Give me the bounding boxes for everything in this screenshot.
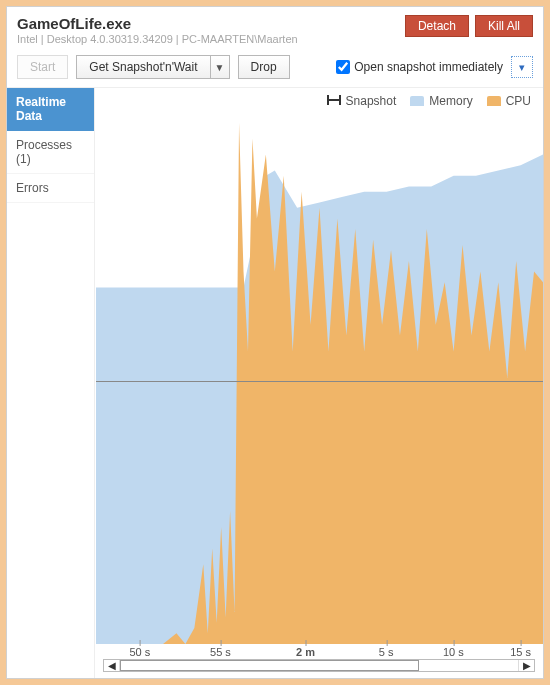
chart-legend: Snapshot Memory CPU [95, 88, 543, 112]
x-axis: 50 s55 s2 m5 s10 s15 s ◀ ▶ [95, 644, 543, 678]
timeline-scrollbar[interactable]: ◀ ▶ [103, 659, 535, 672]
legend-memory-label: Memory [429, 94, 472, 108]
open-snapshot-check[interactable]: Open snapshot immediately [336, 60, 503, 74]
chart-baseline [96, 381, 543, 382]
scroll-track[interactable] [120, 660, 518, 671]
open-snapshot-label: Open snapshot immediately [354, 60, 503, 74]
chart-canvas [96, 112, 543, 644]
toolbar-overflow-menu[interactable]: ▾ [511, 56, 533, 78]
header-actions: Detach Kill All [405, 15, 533, 37]
sidebar-item-label: Realtime Data [16, 95, 66, 123]
detach-button[interactable]: Detach [405, 15, 469, 37]
snapshot-icon [327, 94, 341, 108]
header: GameOfLife.exe Intel | Desktop 4.0.30319… [7, 7, 543, 51]
sidebar-item-label: Errors [16, 181, 49, 195]
toolbar: Start Get Snapshot'n'Wait ▼ Drop Open sn… [7, 51, 543, 87]
x-tick: 2 m [296, 646, 315, 658]
profiler-window: GameOfLife.exe Intel | Desktop 4.0.30319… [6, 6, 544, 679]
x-tick: 15 s [510, 646, 531, 658]
scroll-left-arrow[interactable]: ◀ [104, 660, 120, 671]
cpu-swatch-icon [487, 96, 501, 106]
app-title: GameOfLife.exe [17, 15, 298, 32]
legend-cpu: CPU [487, 94, 531, 108]
snapshot-split-button: Get Snapshot'n'Wait ▼ [76, 55, 229, 79]
scroll-thumb[interactable] [120, 660, 419, 671]
legend-snapshot: Snapshot [327, 94, 397, 108]
legend-cpu-label: CPU [506, 94, 531, 108]
x-tick: 10 s [443, 646, 464, 658]
sidebar-item-label: Processes (1) [16, 138, 72, 166]
sidebar-item-errors[interactable]: Errors [7, 174, 94, 203]
kill-all-button[interactable]: Kill All [475, 15, 533, 37]
legend-memory: Memory [410, 94, 472, 108]
snapshot-wait-button[interactable]: Get Snapshot'n'Wait [76, 55, 209, 79]
memory-swatch-icon [410, 96, 424, 106]
sidebar-item-processes[interactable]: Processes (1) [7, 131, 94, 174]
chevron-down-icon: ▾ [519, 61, 525, 74]
legend-snapshot-label: Snapshot [346, 94, 397, 108]
x-axis-ticks: 50 s55 s2 m5 s10 s15 s [95, 644, 543, 659]
main: Snapshot Memory CPU 50 s55 s2 m5 s10 s [95, 88, 543, 678]
sidebar: Realtime Data Processes (1) Errors [7, 88, 95, 678]
x-tick: 55 s [210, 646, 231, 658]
sidebar-item-realtime[interactable]: Realtime Data [7, 88, 94, 131]
app-subtitle: Intel | Desktop 4.0.30319.34209 | PC-MAA… [17, 33, 298, 45]
snapshot-wait-dropdown[interactable]: ▼ [210, 55, 230, 79]
x-tick: 50 s [129, 646, 150, 658]
open-snapshot-checkbox[interactable] [336, 60, 350, 74]
chart-wrap: 50 s55 s2 m5 s10 s15 s ◀ ▶ [95, 112, 543, 678]
body: Realtime Data Processes (1) Errors Snaps… [7, 87, 543, 678]
header-titles: GameOfLife.exe Intel | Desktop 4.0.30319… [17, 15, 298, 45]
x-tick: 5 s [379, 646, 394, 658]
scroll-right-arrow[interactable]: ▶ [518, 660, 534, 671]
drop-button[interactable]: Drop [238, 55, 290, 79]
start-button[interactable]: Start [17, 55, 68, 79]
realtime-chart[interactable] [95, 112, 543, 644]
